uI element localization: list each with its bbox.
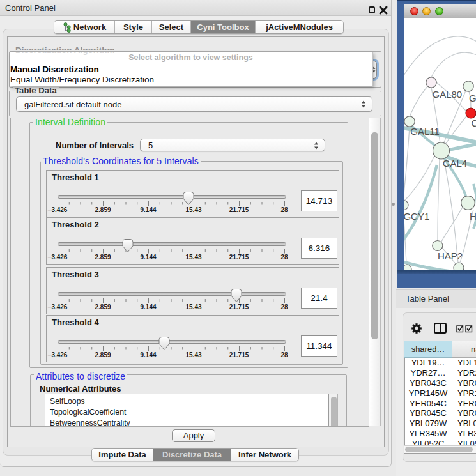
svg-text:GA: GA xyxy=(469,93,476,104)
svg-text:GCY1: GCY1 xyxy=(404,211,429,222)
svg-text:H: H xyxy=(470,211,476,222)
svg-text:C: C xyxy=(472,118,476,128)
svg-text:GAL80: GAL80 xyxy=(433,89,463,100)
svg-text:HAP2: HAP2 xyxy=(438,250,463,261)
svg-text:GAL4: GAL4 xyxy=(443,158,467,169)
svg-text:GAL11: GAL11 xyxy=(410,126,440,137)
